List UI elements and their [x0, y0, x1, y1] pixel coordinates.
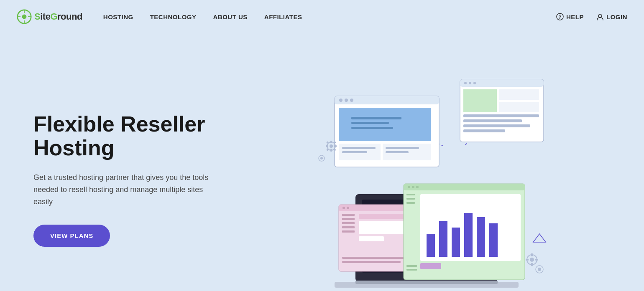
svg-rect-77	[406, 202, 415, 204]
svg-point-42	[469, 82, 471, 84]
svg-rect-20	[351, 127, 393, 129]
svg-rect-80	[439, 221, 447, 257]
svg-rect-26	[386, 151, 409, 153]
svg-rect-81	[452, 228, 460, 257]
svg-point-74	[416, 186, 419, 188]
svg-rect-63	[342, 226, 355, 228]
svg-rect-90	[531, 253, 533, 256]
logo-text: SiteGround	[34, 11, 82, 22]
help-label: HELP	[566, 13, 584, 20]
svg-rect-49	[463, 124, 530, 127]
svg-rect-84	[489, 223, 498, 257]
svg-rect-83	[477, 217, 485, 257]
svg-point-28	[330, 144, 333, 148]
svg-point-15	[345, 99, 348, 102]
svg-rect-79	[427, 234, 435, 257]
nav-links: HOSTING TECHNOLOGY ABOUT US AFFILIATES	[103, 13, 556, 20]
svg-rect-46	[499, 102, 539, 112]
svg-rect-17	[339, 108, 431, 141]
svg-point-1	[22, 15, 27, 19]
login-label: LOGIN	[606, 13, 627, 20]
hero-title: Flexible Reseller Hosting	[33, 112, 243, 160]
svg-rect-25	[386, 147, 419, 149]
svg-rect-48	[463, 119, 522, 122]
svg-rect-45	[499, 89, 539, 100]
svg-point-14	[339, 99, 342, 102]
view-plans-button[interactable]: VIEW PLANS	[33, 225, 110, 247]
svg-rect-75	[406, 194, 415, 195]
logo-icon	[17, 9, 32, 24]
svg-rect-82	[464, 213, 473, 257]
svg-rect-92	[526, 259, 529, 261]
svg-rect-91	[531, 263, 533, 266]
svg-point-16	[350, 99, 353, 102]
svg-rect-19	[351, 122, 389, 124]
svg-rect-23	[342, 147, 376, 149]
svg-rect-50	[463, 129, 505, 132]
hero-content: Flexible Reseller Hosting Get a trusted …	[33, 112, 243, 247]
login-link[interactable]: LOGIN	[596, 13, 627, 20]
svg-rect-86	[406, 265, 417, 267]
svg-rect-31	[326, 145, 328, 147]
hero-illustration	[243, 58, 611, 291]
svg-rect-55	[355, 281, 498, 284]
svg-point-41	[464, 82, 467, 84]
svg-rect-62	[342, 222, 355, 224]
svg-rect-93	[535, 259, 538, 261]
svg-point-73	[412, 186, 414, 188]
svg-rect-60	[342, 214, 355, 216]
nav-affiliates[interactable]: AFFILIATES	[264, 13, 302, 20]
svg-rect-69	[342, 261, 401, 263]
svg-rect-47	[463, 114, 539, 117]
svg-rect-44	[463, 89, 497, 112]
svg-rect-87	[406, 269, 417, 271]
svg-point-58	[342, 207, 345, 209]
svg-point-8	[598, 14, 602, 18]
svg-point-89	[530, 258, 534, 262]
svg-rect-30	[330, 149, 332, 152]
hero-section: Flexible Reseller Hosting Get a trusted …	[0, 33, 644, 291]
svg-text:?: ?	[558, 15, 561, 20]
svg-point-72	[408, 186, 410, 188]
svg-rect-76	[406, 198, 415, 200]
svg-marker-51	[533, 234, 546, 242]
logo[interactable]: SiteGround	[17, 9, 82, 24]
help-icon: ?	[556, 13, 564, 20]
navbar: SiteGround HOSTING TECHNOLOGY ABOUT US A…	[0, 0, 644, 33]
nav-about-us[interactable]: ABOUT US	[213, 13, 248, 20]
svg-rect-18	[351, 117, 401, 119]
svg-point-38	[320, 157, 323, 159]
nav-hosting[interactable]: HOSTING	[103, 13, 133, 20]
svg-rect-85	[420, 263, 441, 269]
svg-rect-61	[342, 218, 355, 220]
illustration-svg	[297, 71, 556, 288]
svg-rect-64	[342, 230, 355, 233]
svg-rect-71	[404, 184, 525, 190]
svg-rect-29	[330, 141, 332, 143]
nav-right: ? HELP LOGIN	[556, 13, 627, 20]
user-icon	[596, 13, 604, 20]
svg-rect-40	[460, 79, 544, 87]
nav-technology[interactable]: TECHNOLOGY	[150, 13, 197, 20]
hero-subtitle: Get a trusted hosting partner that gives…	[33, 172, 209, 207]
svg-rect-67	[359, 236, 384, 241]
svg-point-59	[347, 207, 349, 209]
svg-rect-32	[334, 145, 337, 147]
svg-rect-24	[342, 151, 367, 153]
help-link[interactable]: ? HELP	[556, 13, 584, 20]
svg-point-43	[473, 82, 476, 84]
svg-point-95	[538, 268, 541, 271]
